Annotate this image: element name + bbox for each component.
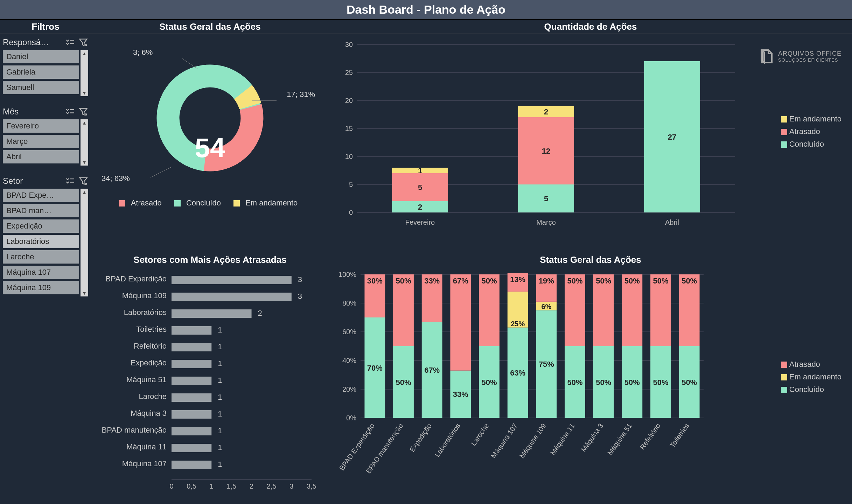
donut-label-andamento: 3; 6% bbox=[133, 48, 153, 57]
svg-rect-50 bbox=[172, 343, 211, 351]
svg-rect-38 bbox=[172, 276, 292, 284]
slicer-item[interactable]: Máquina 109 bbox=[3, 281, 79, 294]
svg-text:Máquina 107: Máquina 107 bbox=[122, 459, 167, 468]
svg-text:50%: 50% bbox=[653, 378, 668, 387]
slicer-item[interactable]: BPAD Expe… bbox=[3, 189, 79, 202]
svg-text:Laboratórios: Laboratórios bbox=[433, 422, 462, 458]
slicer-item[interactable]: Expedição bbox=[3, 219, 79, 233]
svg-text:Toiletries: Toiletries bbox=[668, 422, 690, 449]
slicer-item[interactable]: Março bbox=[3, 135, 79, 148]
slicer-item[interactable]: Samuell bbox=[3, 81, 79, 94]
status2-header: Status Geral das Ações bbox=[333, 254, 848, 265]
svg-text:Máquina 109: Máquina 109 bbox=[518, 422, 547, 460]
slicer-item[interactable]: Gabriela bbox=[3, 65, 79, 79]
page-title: Dash Board - Plano de Ação bbox=[0, 0, 852, 20]
svg-text:3: 3 bbox=[298, 275, 302, 284]
svg-text:3: 3 bbox=[298, 292, 302, 301]
svg-text:Abril: Abril bbox=[665, 218, 679, 226]
svg-text:1: 1 bbox=[218, 359, 222, 368]
slicer-item[interactable]: Máquina 107 bbox=[3, 266, 79, 279]
scrollbar[interactable]: ▴▾ bbox=[81, 50, 88, 96]
filters-panel: Responsá… Daniel Gabriela Samuell ▴▾ Mês bbox=[0, 34, 91, 503]
multiselect-icon[interactable] bbox=[65, 37, 75, 47]
scrollbar[interactable]: ▴▾ bbox=[81, 189, 88, 296]
svg-rect-53 bbox=[172, 360, 211, 368]
donut-header: Status Geral das Ações bbox=[91, 20, 329, 34]
svg-text:50%: 50% bbox=[596, 276, 611, 285]
slicer-item[interactable]: Laroche bbox=[3, 250, 79, 264]
svg-text:Máquina 3: Máquina 3 bbox=[580, 422, 605, 453]
svg-text:Laroche: Laroche bbox=[469, 422, 490, 447]
svg-text:0%: 0% bbox=[346, 414, 356, 422]
svg-text:0,5: 0,5 bbox=[187, 482, 196, 490]
clear-filter-icon[interactable] bbox=[78, 107, 88, 117]
slicer-responsavel-label: Responsá… bbox=[3, 37, 62, 47]
svg-text:50%: 50% bbox=[567, 378, 582, 387]
slicer-item[interactable]: Fevereiro bbox=[3, 119, 79, 133]
sectors-chart: BPAD Experdição3Máquina 1093Laboratórios… bbox=[95, 267, 326, 498]
brand-logo: ARQUIVOS OFFICESOLUÇÕES EFICIENTES bbox=[758, 48, 841, 65]
slicer-item[interactable]: BPAD man… bbox=[3, 204, 79, 217]
status2-legend: Atrasado Em andamento Concluído bbox=[781, 356, 841, 398]
svg-rect-44 bbox=[172, 309, 252, 318]
donut-label-concluido: 34; 63% bbox=[102, 174, 130, 183]
slicer-setor[interactable]: Setor BPAD Expe… BPAD man… Expedição Lab… bbox=[3, 176, 88, 296]
multiselect-icon[interactable] bbox=[65, 107, 75, 117]
svg-text:1: 1 bbox=[418, 166, 422, 175]
svg-text:1: 1 bbox=[218, 460, 222, 469]
svg-text:3,5: 3,5 bbox=[307, 482, 316, 490]
svg-text:2: 2 bbox=[544, 107, 548, 116]
svg-text:Máquina 11: Máquina 11 bbox=[126, 442, 167, 451]
svg-text:1: 1 bbox=[218, 426, 222, 435]
qty-panel: ARQUIVOS OFFICESOLUÇÕES EFICIENTES 05101… bbox=[329, 34, 852, 251]
svg-text:1: 1 bbox=[210, 482, 214, 490]
sectors-header: Setores com Mais Ações Atrasadas bbox=[95, 254, 326, 265]
svg-text:1: 1 bbox=[218, 443, 222, 452]
svg-text:2,5: 2,5 bbox=[267, 482, 277, 490]
slicer-mes[interactable]: Mês Fevereiro Março Abril ▴▾ bbox=[3, 107, 88, 166]
svg-text:40%: 40% bbox=[342, 357, 356, 364]
svg-text:33%: 33% bbox=[453, 390, 468, 399]
slicer-responsavel[interactable]: Responsá… Daniel Gabriela Samuell ▴▾ bbox=[3, 37, 88, 96]
svg-text:50%: 50% bbox=[396, 276, 411, 285]
svg-text:50%: 50% bbox=[567, 276, 582, 285]
svg-text:Máquina 109: Máquina 109 bbox=[122, 291, 167, 300]
slicer-item[interactable]: Abril bbox=[3, 150, 79, 163]
donut-panel: 54 17; 31% 34; 63% 3; 6% Atrasado Conclu… bbox=[91, 34, 329, 251]
scrollbar[interactable]: ▴▾ bbox=[81, 119, 88, 166]
svg-text:50%: 50% bbox=[624, 378, 640, 387]
svg-text:Março: Março bbox=[536, 218, 556, 226]
svg-text:50%: 50% bbox=[396, 378, 411, 387]
svg-text:20%: 20% bbox=[342, 385, 356, 393]
clear-filter-icon[interactable] bbox=[78, 176, 88, 186]
svg-text:2: 2 bbox=[258, 309, 262, 317]
svg-text:Máquina 3: Máquina 3 bbox=[131, 409, 167, 418]
svg-text:1: 1 bbox=[218, 342, 222, 351]
slicer-setor-label: Setor bbox=[3, 176, 62, 186]
svg-rect-124 bbox=[450, 274, 471, 371]
sectors-panel: Setores com Mais Ações Atrasadas BPAD Ex… bbox=[91, 251, 329, 503]
svg-text:Máquina 11: Máquina 11 bbox=[549, 422, 576, 456]
svg-text:1: 1 bbox=[218, 410, 222, 418]
donut-legend: Atrasado Concluído Em andamento bbox=[95, 198, 326, 208]
svg-text:100%: 100% bbox=[338, 271, 356, 278]
svg-text:50%: 50% bbox=[481, 276, 497, 285]
slicer-item[interactable]: Laboratórios bbox=[3, 235, 79, 248]
svg-text:50%: 50% bbox=[624, 276, 640, 285]
svg-rect-68 bbox=[172, 444, 211, 452]
svg-text:50%: 50% bbox=[682, 276, 697, 285]
svg-rect-59 bbox=[172, 393, 211, 402]
donut-chart bbox=[123, 37, 298, 195]
svg-text:3: 3 bbox=[289, 482, 293, 490]
slicer-item[interactable]: Daniel bbox=[3, 50, 79, 63]
svg-rect-47 bbox=[172, 326, 211, 335]
clear-filter-icon[interactable] bbox=[78, 37, 88, 47]
svg-text:Máquina 107: Máquina 107 bbox=[489, 422, 519, 460]
svg-rect-41 bbox=[172, 293, 292, 301]
svg-text:Expedição: Expedição bbox=[131, 358, 167, 367]
svg-text:0: 0 bbox=[169, 482, 173, 490]
svg-text:Refeitório: Refeitório bbox=[638, 422, 662, 451]
multiselect-icon[interactable] bbox=[65, 176, 75, 186]
svg-text:80%: 80% bbox=[342, 299, 356, 307]
svg-text:Laroche: Laroche bbox=[139, 392, 167, 401]
